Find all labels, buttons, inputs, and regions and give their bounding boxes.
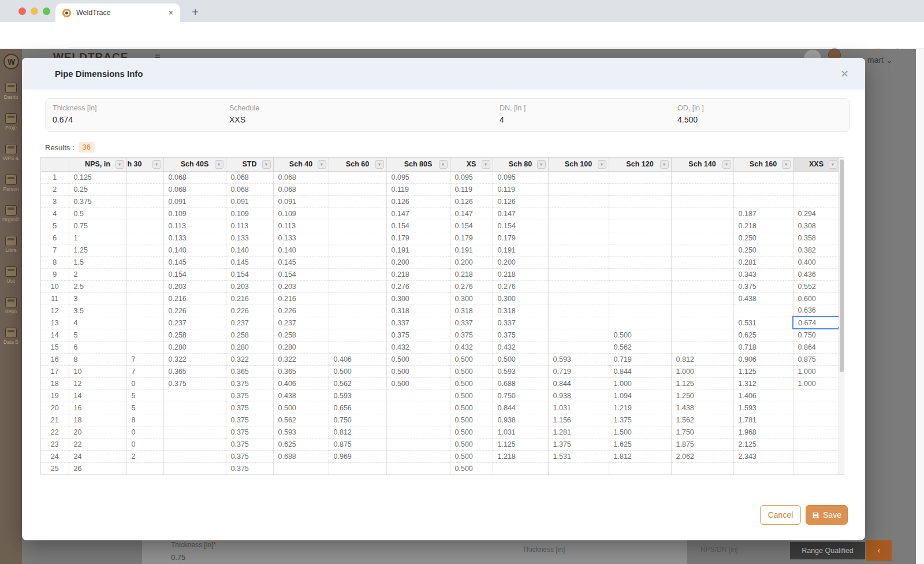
table-cell[interactable]: 0.600 (793, 292, 840, 305)
table-cell[interactable] (548, 207, 609, 220)
column-header-xs[interactable]: XS▼ (450, 158, 493, 171)
table-cell[interactable] (793, 183, 840, 195)
table-cell[interactable]: 0.203 (163, 280, 226, 292)
table-cell[interactable]: 0.200 (450, 256, 493, 268)
table-cell[interactable] (548, 232, 609, 244)
table-cell[interactable] (733, 195, 793, 207)
table-cell[interactable]: 26 (69, 462, 126, 474)
table-cell[interactable]: 0.294 (793, 207, 840, 220)
table-cell[interactable] (329, 183, 386, 195)
table-cell[interactable]: 0.593 (329, 389, 386, 402)
table-cell[interactable] (329, 244, 386, 256)
table-cell[interactable]: 0.226 (226, 305, 273, 317)
table-cell[interactable]: 0.258 (273, 329, 329, 341)
table-cell[interactable]: 0.147 (450, 207, 493, 220)
table-cell[interactable] (793, 402, 840, 414)
column-header-npsin[interactable]: NPS, in▼ (69, 158, 126, 171)
column-header-sch140[interactable]: Sch 140▼ (671, 158, 733, 171)
table-cell[interactable] (548, 183, 609, 195)
table-cell[interactable]: 0.337 (450, 317, 493, 329)
table-cell[interactable]: 0.126 (493, 195, 548, 207)
table-cell[interactable]: 0.500 (450, 353, 493, 365)
table-cell[interactable]: 0.281 (733, 256, 793, 268)
table-cell[interactable] (548, 171, 609, 183)
table-cell[interactable]: 0.500 (450, 365, 493, 377)
table-cell[interactable]: 0.200 (493, 256, 548, 268)
table-cell[interactable] (126, 232, 163, 244)
table-cell[interactable]: 22 (69, 438, 126, 450)
table-cell[interactable]: 14 (69, 389, 126, 402)
table-cell[interactable]: 0.375 (226, 438, 273, 450)
table-cell[interactable] (548, 329, 609, 341)
table-cell[interactable]: 0.109 (226, 207, 273, 220)
table-cell[interactable]: 0.216 (163, 292, 226, 305)
table-cell[interactable] (793, 414, 840, 426)
filter-icon[interactable]: ▼ (660, 160, 669, 169)
table-cell[interactable] (386, 450, 450, 462)
window-zoom-button[interactable] (43, 8, 50, 15)
table-cell[interactable]: 0.145 (226, 256, 273, 268)
filter-icon[interactable]: ▼ (482, 160, 490, 169)
sidebar-item-use[interactable]: Use (0, 266, 22, 284)
table-cell[interactable] (548, 256, 609, 268)
table-cell[interactable] (126, 256, 163, 268)
table-cell[interactable]: 2 (126, 450, 163, 462)
table-cell[interactable]: 1.250 (671, 389, 733, 402)
table-cell[interactable]: 0.187 (733, 207, 793, 220)
table-cell[interactable]: 0.436 (793, 268, 840, 280)
table-cell[interactable] (548, 220, 609, 232)
table-cell[interactable]: 1.875 (671, 438, 733, 450)
table-cell[interactable]: 0.938 (493, 414, 548, 426)
table-cell[interactable]: 0.258 (163, 329, 226, 341)
table-cell[interactable] (671, 268, 733, 280)
table-cell[interactable]: 0.091 (163, 195, 226, 207)
column-header-sch160[interactable]: Sch 160▼ (733, 158, 793, 171)
browser-tab[interactable]: WeldTrace × (55, 3, 180, 22)
table-cell[interactable]: 0.688 (273, 450, 329, 462)
table-cell[interactable] (793, 438, 840, 450)
table-cell[interactable] (671, 256, 733, 268)
sidebar-item-datab[interactable]: Data B (0, 328, 22, 345)
table-cell[interactable]: 0.133 (226, 232, 273, 244)
table-cell[interactable]: 0.095 (450, 171, 493, 183)
table-cell[interactable] (609, 256, 671, 268)
table-cell[interactable]: 0.531 (733, 317, 793, 329)
table-cell[interactable]: 0.718 (733, 341, 793, 353)
table-cell[interactable]: 0.750 (793, 329, 840, 341)
table-cell[interactable] (329, 329, 386, 341)
table-cell[interactable]: 1.281 (548, 426, 609, 438)
table-cell[interactable]: 0.400 (793, 256, 840, 268)
table-cell[interactable] (126, 329, 163, 341)
table-cell[interactable] (548, 195, 609, 207)
table-cell[interactable]: 0.113 (226, 220, 273, 232)
filter-icon[interactable]: ▼ (537, 160, 546, 169)
table-cell[interactable]: 0.375 (450, 329, 493, 341)
sidebar-item-dashb[interactable]: Dashb (0, 83, 22, 100)
table-cell[interactable] (609, 317, 671, 329)
table-cell[interactable]: 0.237 (273, 317, 329, 329)
table-cell[interactable] (163, 426, 226, 438)
table-cell[interactable]: 0.133 (273, 232, 329, 244)
table-cell[interactable]: 8 (126, 414, 163, 426)
column-header-sch80s[interactable]: Sch 80S▼ (386, 158, 450, 171)
table-cell[interactable] (671, 341, 733, 353)
table-cell[interactable]: 0.119 (386, 183, 450, 195)
table-cell[interactable]: 0.200 (386, 256, 450, 268)
table-cell[interactable]: 0.365 (226, 365, 273, 377)
table-cell[interactable] (609, 280, 671, 292)
table-cell[interactable]: 20 (69, 426, 126, 438)
table-cell[interactable]: 7 (126, 365, 163, 377)
table-cell[interactable]: 0.276 (450, 280, 493, 292)
sidebar-item-person[interactable]: Person (0, 175, 22, 192)
table-cell[interactable]: 0.358 (793, 232, 840, 244)
table-cell[interactable] (329, 232, 386, 244)
table-cell[interactable]: 0.438 (273, 389, 329, 402)
table-cell[interactable] (548, 305, 609, 317)
table-cell[interactable]: 0.500 (493, 353, 548, 365)
table-cell[interactable]: 0.218 (450, 268, 493, 280)
table-cell[interactable]: 0.250 (733, 232, 793, 244)
table-cell[interactable]: 1.000 (609, 377, 671, 389)
table-cell[interactable]: 8 (69, 353, 126, 365)
cancel-button[interactable]: Cancel (760, 505, 801, 525)
table-cell[interactable]: 24 (69, 450, 126, 462)
